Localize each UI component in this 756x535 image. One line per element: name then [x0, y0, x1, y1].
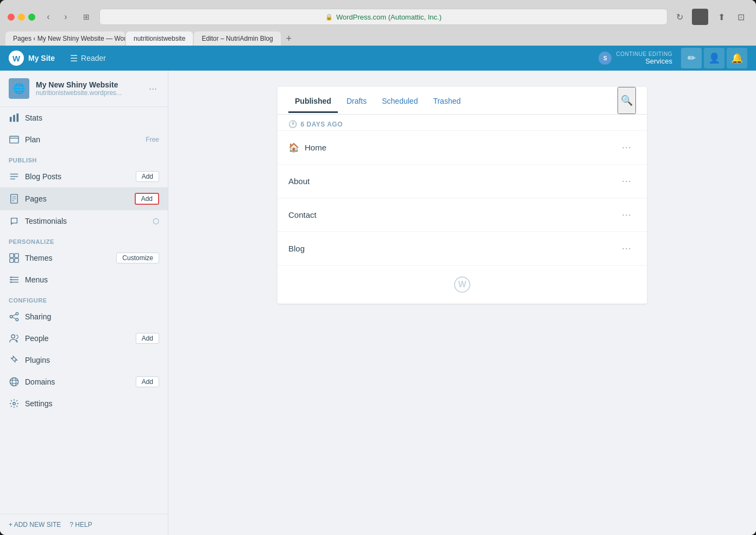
- domains-label: Domains: [25, 377, 130, 386]
- continue-editing-text: CONTINUE EDITING Services: [616, 51, 672, 65]
- page-about-more-button[interactable]: ···: [618, 173, 636, 189]
- sidebar-item-plugins[interactable]: Plugins: [0, 349, 168, 371]
- people-icon: [9, 333, 20, 344]
- svg-point-23: [10, 316, 12, 318]
- address-bar[interactable]: 🔒 WordPress.com (Automattic, Inc.): [99, 9, 667, 25]
- people-add-button[interactable]: Add: [136, 333, 159, 344]
- maximize-traffic-light[interactable]: [28, 14, 35, 21]
- sidebar-nav: Stats Plan Free Publish: [0, 107, 168, 514]
- url-text: WordPress.com (Automattic, Inc.): [336, 13, 442, 21]
- menus-icon: [9, 274, 20, 285]
- site-menu-button[interactable]: ···: [147, 81, 159, 97]
- window-expand-button[interactable]: ⊞: [79, 9, 94, 24]
- browser-window: ‹ › ⊞ 🔒 WordPress.com (Automattic, Inc.)…: [0, 0, 756, 535]
- sidebar-item-people[interactable]: People Add: [0, 328, 168, 349]
- pages-icon: [9, 193, 20, 204]
- svg-point-20: [10, 279, 12, 281]
- testimonials-ext-button[interactable]: ⬡: [153, 217, 159, 225]
- top-navbar: W My Site ☰ Reader S CONTINUE EDITING Se…: [0, 46, 756, 71]
- svg-point-28: [10, 377, 18, 386]
- plugins-label: Plugins: [25, 356, 159, 364]
- date-group-label: 6 DAYS AGO: [301, 121, 343, 128]
- content-area: Published Drafts Scheduled Trashed 🔍 🕐 6…: [168, 71, 756, 535]
- tab-published[interactable]: Published: [288, 88, 338, 113]
- menus-label: Menus: [25, 275, 159, 284]
- svg-line-26: [12, 317, 16, 319]
- browser-titlebar: ‹ › ⊞ 🔒 WordPress.com (Automattic, Inc.)…: [0, 0, 756, 28]
- help-link[interactable]: ? HELP: [70, 521, 92, 528]
- sidebar-item-settings[interactable]: Settings: [0, 393, 168, 414]
- sidebar-item-domains[interactable]: Domains Add: [0, 371, 168, 393]
- page-item-contact[interactable]: Contact ···: [278, 198, 647, 231]
- sidebar-item-plan[interactable]: Plan Free: [0, 129, 168, 150]
- page-blog-label: Blog: [288, 244, 618, 253]
- edit-icon-button[interactable]: ✏: [681, 48, 702, 68]
- date-group: 🕐 6 DAYS AGO: [278, 115, 647, 130]
- settings-icon: [9, 398, 20, 409]
- sidebar-plan-label: Plan: [25, 135, 140, 144]
- close-traffic-light[interactable]: [8, 14, 15, 21]
- personalize-section-header: Personalize: [0, 232, 168, 247]
- browser-tab-1[interactable]: Pages ‹ My New Shiny Website — WordPress…: [5, 32, 125, 46]
- minimize-traffic-light[interactable]: [18, 14, 25, 21]
- publish-section-header: Publish: [0, 150, 168, 166]
- tab-trashed[interactable]: Trashed: [426, 88, 467, 113]
- site-url-label: nutritionistwebsite.wordpres...: [36, 89, 123, 97]
- sidebar: 🌐 My New Shiny Website nutritionistwebsi…: [0, 71, 168, 535]
- settings-label: Settings: [25, 399, 159, 408]
- new-window-button[interactable]: ⊡: [733, 9, 748, 24]
- sidebar-item-menus[interactable]: Menus: [0, 269, 168, 291]
- domains-add-button[interactable]: Add: [136, 376, 159, 387]
- page-item-about[interactable]: About ···: [278, 164, 647, 198]
- page-contact-more-button[interactable]: ···: [618, 207, 636, 223]
- sidebar-item-pages[interactable]: Pages Add: [0, 187, 168, 210]
- back-button[interactable]: ‹: [41, 9, 56, 24]
- page-item-blog[interactable]: Blog ···: [278, 231, 647, 265]
- reload-button[interactable]: ↻: [673, 12, 686, 22]
- svg-point-22: [16, 312, 18, 315]
- notifications-button[interactable]: 🔔: [727, 48, 747, 68]
- sharing-icon: [9, 311, 20, 322]
- continue-page-label: Services: [645, 57, 672, 65]
- add-new-site-link[interactable]: + ADD NEW SITE: [9, 521, 61, 528]
- forward-button[interactable]: ›: [58, 9, 73, 24]
- stats-icon: [9, 112, 20, 123]
- sidebar-item-stats[interactable]: Stats: [0, 107, 168, 129]
- search-button[interactable]: 🔍: [618, 87, 636, 114]
- themes-customize-button[interactable]: Customize: [116, 253, 159, 263]
- browser-tab-3[interactable]: Editor – NutriAdmin Blog: [194, 32, 280, 46]
- page-about-label: About: [288, 177, 618, 186]
- pages-panel: Published Drafts Scheduled Trashed 🔍 🕐 6…: [278, 87, 647, 304]
- continue-editing-section: S CONTINUE EDITING Services: [598, 51, 672, 65]
- svg-rect-1: [13, 115, 15, 122]
- profile-nav-button[interactable]: 👤: [704, 48, 724, 68]
- page-item-home[interactable]: 🏠 Home ···: [278, 130, 647, 164]
- site-name-label: My New Shiny Website: [36, 80, 140, 89]
- blog-posts-add-button[interactable]: Add: [136, 171, 159, 182]
- sidebar-item-themes[interactable]: Themes Customize: [0, 247, 168, 269]
- wp-logo-icon: W: [9, 51, 24, 66]
- pages-add-button[interactable]: Add: [135, 193, 159, 205]
- testimonials-icon: [9, 216, 20, 226]
- browser-tab-2[interactable]: nutritionistwebsite: [126, 32, 193, 46]
- my-site-button[interactable]: W My Site: [9, 51, 62, 66]
- tab-drafts[interactable]: Drafts: [340, 88, 373, 113]
- site-avatar-icon: 🌐: [9, 78, 29, 99]
- page-home-label: Home: [305, 143, 618, 152]
- profile-picture[interactable]: [692, 9, 708, 25]
- sidebar-item-blog-posts[interactable]: Blog Posts Add: [0, 166, 168, 187]
- new-tab-button[interactable]: +: [282, 32, 296, 46]
- page-blog-more-button[interactable]: ···: [618, 241, 636, 256]
- plugins-icon: [9, 355, 20, 366]
- share-button[interactable]: ⬆: [714, 9, 729, 24]
- svg-rect-12: [10, 254, 14, 257]
- browser-tabs: Pages ‹ My New Shiny Website — WordPress…: [0, 28, 756, 46]
- page-home-more-button[interactable]: ···: [618, 140, 636, 155]
- tab-scheduled[interactable]: Scheduled: [375, 88, 424, 113]
- svg-point-32: [13, 402, 16, 405]
- sidebar-item-sharing[interactable]: Sharing: [0, 306, 168, 328]
- reader-button[interactable]: ☰ Reader: [62, 46, 114, 71]
- plan-free-badge: Free: [146, 136, 159, 143]
- sidebar-item-testimonials[interactable]: Testimonials ⬡: [0, 210, 168, 232]
- continue-label: CONTINUE EDITING: [616, 51, 672, 57]
